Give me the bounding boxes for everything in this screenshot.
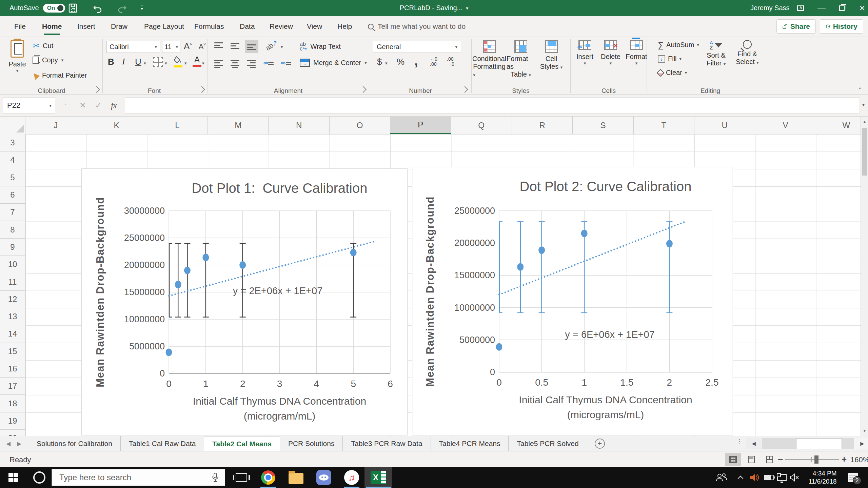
task-view-button[interactable] xyxy=(231,467,252,488)
row-header-11[interactable]: 11 xyxy=(0,273,25,290)
row-header-7[interactable]: 7 xyxy=(0,204,25,221)
percent-style-button[interactable]: % xyxy=(397,57,405,67)
new-sheet-button[interactable]: + xyxy=(595,439,605,449)
column-header-P[interactable]: P xyxy=(390,117,451,134)
delete-cells-button[interactable]: × Delete ▾ xyxy=(599,40,623,66)
decrease-font-size-button[interactable]: A˅ xyxy=(199,42,206,50)
scroll-down-icon[interactable]: ▼ xyxy=(861,426,868,435)
zoom-out-button[interactable]: − xyxy=(778,454,783,465)
minimize-button[interactable]: — xyxy=(811,0,832,16)
action-center-button[interactable]: 2 xyxy=(844,467,862,488)
column-header-W[interactable]: W xyxy=(816,117,861,134)
sheet-tab-table5-pcr-solved[interactable]: Table5 PCR Solved xyxy=(509,436,587,451)
row-header-5[interactable]: 5 xyxy=(0,169,25,186)
orientation-button[interactable]: ab↗ xyxy=(264,38,280,52)
name-box[interactable]: P22 ▾ xyxy=(3,97,55,114)
find-select-button[interactable]: Find & Select ▾ xyxy=(732,40,762,66)
font-color-button[interactable]: A xyxy=(193,55,201,67)
align-center-button[interactable] xyxy=(231,60,239,68)
column-header-S[interactable]: S xyxy=(573,117,633,134)
vertical-scrollbar[interactable]: ▲ ▼ xyxy=(861,117,868,436)
row-header-18[interactable]: 18 xyxy=(0,395,25,412)
format-cells-button[interactable]: Format ▾ xyxy=(625,40,648,66)
top-align-button[interactable] xyxy=(214,42,223,48)
copy-button[interactable]: Copy▾ xyxy=(33,56,63,64)
restore-button[interactable] xyxy=(831,0,852,16)
people-button[interactable] xyxy=(713,467,730,488)
increase-font-size-button[interactable]: A˄ xyxy=(184,41,192,52)
sheet-tab-pcr-solutions[interactable]: PCR Solutions xyxy=(280,436,343,451)
volume-button[interactable] xyxy=(787,467,802,488)
zoom-slider-thumb[interactable] xyxy=(814,455,818,464)
expand-formula-bar-button[interactable]: ▾ xyxy=(862,102,865,107)
zoom-in-button[interactable]: + xyxy=(842,454,847,465)
formula-bar-handle[interactable]: ⋮ xyxy=(63,101,69,104)
column-header-J[interactable]: J xyxy=(25,117,86,134)
redo-button[interactable] xyxy=(117,0,127,16)
number-format-select[interactable]: General▾ xyxy=(373,41,461,53)
excel-button[interactable]: X xyxy=(364,467,392,488)
column-header-O[interactable]: O xyxy=(330,117,390,134)
insert-cells-button[interactable]: ⇦ Insert ▾ xyxy=(573,40,597,66)
sort-filter-button[interactable]: AZ Sort & Filter ▾ xyxy=(701,40,731,67)
start-button[interactable] xyxy=(3,467,24,488)
qat-customize-button[interactable]: ▾ xyxy=(141,0,143,16)
row-header-19[interactable]: 19 xyxy=(0,412,25,430)
page-break-view-button[interactable] xyxy=(762,453,778,466)
column-header-T[interactable]: T xyxy=(634,117,694,134)
merge-center-button[interactable]: ↔ Merge & Center▾ xyxy=(300,59,367,67)
tab-home[interactable]: Home xyxy=(42,16,62,37)
formula-input[interactable] xyxy=(125,97,860,114)
sheet-tab-table3-pcr-raw-data[interactable]: Table3 PCR Raw Data xyxy=(343,436,431,451)
paste-button[interactable]: Paste ▾ xyxy=(6,40,28,73)
tab-data[interactable]: Data xyxy=(240,16,255,37)
column-header-M[interactable]: M xyxy=(208,117,269,134)
accounting-format-dropdown[interactable]: ▾ xyxy=(385,61,388,66)
volume-app-button[interactable] xyxy=(747,467,762,488)
select-all-button[interactable] xyxy=(0,117,25,134)
comma-style-button[interactable]: , xyxy=(414,54,418,68)
column-header-Q[interactable]: Q xyxy=(451,117,512,134)
decrease-decimal-button[interactable]: .00→0 xyxy=(447,57,454,67)
column-header-V[interactable]: V xyxy=(755,117,816,134)
font-dialog-launcher[interactable] xyxy=(198,86,205,93)
row-header-12[interactable]: 12 xyxy=(0,291,25,308)
format-painter-button[interactable]: Format Painter xyxy=(33,72,87,79)
name-box-dropdown[interactable]: ▾ xyxy=(49,103,52,108)
column-header-U[interactable]: U xyxy=(694,117,755,134)
tell-me-search[interactable]: Tell me what you want to do xyxy=(368,16,466,37)
italic-button[interactable]: I xyxy=(122,57,125,67)
history-button[interactable]: History xyxy=(820,19,863,34)
row-header-4[interactable]: 4 xyxy=(0,151,25,169)
taskbar-search-input[interactable]: Type here to search xyxy=(52,469,225,486)
alignment-dialog-launcher[interactable] xyxy=(360,86,367,93)
row-header-13[interactable]: 13 xyxy=(0,308,25,325)
sheet-nav-right-icon[interactable]: ▶ xyxy=(17,436,21,451)
row-header-10[interactable]: 10 xyxy=(0,256,25,273)
scroll-up-icon[interactable]: ▲ xyxy=(861,117,868,126)
column-header-N[interactable]: N xyxy=(269,117,329,134)
row-header-3[interactable]: 3 xyxy=(0,134,25,151)
align-left-button[interactable] xyxy=(214,60,223,68)
hscroll-right-button[interactable]: ▶ xyxy=(854,438,868,449)
bottom-align-button[interactable] xyxy=(245,40,258,53)
cortana-button[interactable] xyxy=(30,467,49,488)
decrease-indent-button[interactable]: ⇦ xyxy=(263,59,274,67)
itunes-button[interactable]: ♫ xyxy=(341,467,362,488)
chrome-button[interactable] xyxy=(258,467,279,488)
horizontal-scrollbar[interactable] xyxy=(762,438,854,449)
clipboard-dialog-launcher[interactable] xyxy=(93,86,100,93)
row-header-14[interactable]: 14 xyxy=(0,325,25,343)
ribbon-display-options-button[interactable] xyxy=(790,0,811,16)
middle-align-button[interactable] xyxy=(231,43,239,49)
hidden-icons-button[interactable] xyxy=(733,467,748,488)
tab-draw[interactable]: Draw xyxy=(111,16,127,37)
font-color-dropdown[interactable]: ▾ xyxy=(202,61,204,66)
tab-view[interactable]: View xyxy=(307,16,322,37)
row-header-17[interactable]: 17 xyxy=(0,378,25,395)
hscroll-left-button[interactable]: ◀ xyxy=(746,438,762,449)
microphone-icon[interactable] xyxy=(211,472,219,483)
page-layout-view-button[interactable] xyxy=(743,453,760,466)
orientation-dropdown[interactable]: ▾ xyxy=(281,44,283,49)
increase-decimal-button[interactable]: ←0.00 xyxy=(430,57,437,67)
